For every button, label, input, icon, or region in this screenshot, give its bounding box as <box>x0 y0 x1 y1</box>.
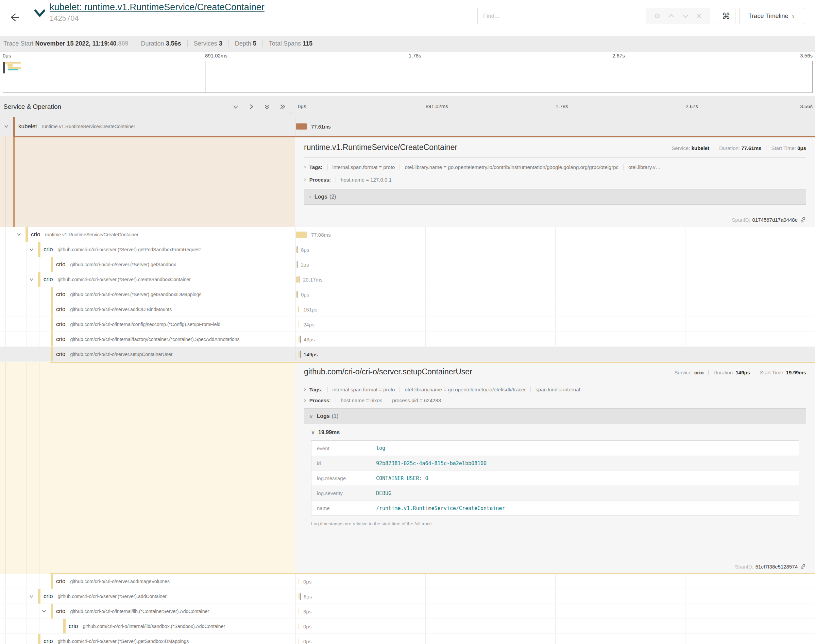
span-duration-bar[interactable] <box>296 232 307 238</box>
minimap-range-handle[interactable] <box>3 62 5 74</box>
span-row[interactable]: criogithub.com/cri-o/cri-o/server.addOCI… <box>0 302 815 317</box>
collapse-one-icon[interactable] <box>232 103 239 110</box>
timeline-gridline <box>685 574 685 589</box>
span-duration-bar[interactable] <box>298 307 299 313</box>
duration-label-marker <box>300 336 300 343</box>
span-expand-chevron-icon[interactable] <box>29 277 34 282</box>
span-timeline-cell[interactable]: 0μs <box>295 574 815 589</box>
logs-accordion[interactable]: › Logs (2) <box>304 189 806 205</box>
span-timeline-cell[interactable]: 0μs <box>295 287 815 302</box>
span-row[interactable]: criogithub.com/cri-o/cri-o/server.(*Serv… <box>0 287 815 302</box>
span-duration-bar[interactable] <box>299 336 300 342</box>
tree-guide <box>26 317 27 331</box>
span-row[interactable]: criogithub.com/cri-o/cri-o/server.setupC… <box>0 347 815 362</box>
span-row[interactable]: criogithub.com/cri-o/cri-o/server.(*Serv… <box>0 257 815 272</box>
span-duration-bar[interactable] <box>299 351 300 357</box>
service-name: criogithub.com/cri-o/cri-o/server.(*Serv… <box>43 593 167 600</box>
service-value: crio <box>694 370 704 376</box>
clear-find-icon[interactable] <box>696 12 702 19</box>
span-row[interactable]: kubeletruntime.v1.RuntimeService/CreateC… <box>0 117 815 136</box>
span-duration-bar[interactable] <box>299 593 300 600</box>
span-timeline-cell[interactable]: 149μs <box>295 347 815 362</box>
back-button[interactable] <box>5 8 23 26</box>
span-row[interactable]: criogithub.com/cri-o/cri-o/server.(*Serv… <box>0 634 815 644</box>
collapse-trace-chevron-icon[interactable] <box>34 9 46 18</box>
span-row[interactable]: criogithub.com/cri-o/cri-o/internal/lib.… <box>0 604 815 619</box>
span-duration-bar[interactable] <box>299 608 299 615</box>
logs-accordion[interactable]: ∨ Logs (1) <box>304 408 806 424</box>
span-duration-bar[interactable] <box>299 321 299 327</box>
span-expand-chevron-icon[interactable] <box>41 609 47 614</box>
span-duration-bar[interactable] <box>296 123 307 130</box>
minimap-span-bar <box>8 64 12 67</box>
span-row[interactable]: criogithub.com/cri-o/cri-o/server.(*Serv… <box>0 242 815 257</box>
span-row[interactable]: criogithub.com/cri-o/cri-o/internal/conf… <box>0 317 815 332</box>
span-id-value: 0174567d17a0448e <box>752 217 798 223</box>
span-timeline-cell[interactable]: 0μs <box>295 634 815 644</box>
process-accordion[interactable]: › Process: host.name = 127.0.0.1 <box>304 176 806 183</box>
link-icon[interactable] <box>800 216 806 223</box>
span-row[interactable]: criogithub.com/cri-o/cri-o/server.addIma… <box>0 574 815 589</box>
tree-guide <box>39 257 40 272</box>
log-field-key: name <box>311 505 376 511</box>
span-duration-bar[interactable] <box>299 578 299 584</box>
span-duration-bar[interactable] <box>296 276 299 282</box>
expand-all-icon[interactable] <box>279 103 286 110</box>
span-timeline-cell[interactable]: 0μs <box>295 619 815 633</box>
span-timeline-cell[interactable]: 77.08ms <box>295 227 815 242</box>
tree-guide <box>39 347 40 362</box>
column-resizer-grip[interactable] <box>289 111 291 115</box>
prev-match-icon[interactable] <box>668 12 675 20</box>
span-timeline-cell[interactable]: 1μs <box>295 257 815 272</box>
span-row[interactable]: crioruntime.v1.RuntimeService/CreateCont… <box>0 227 815 242</box>
tags-label: Tags: <box>309 386 323 393</box>
tree-guide <box>5 287 6 302</box>
process-accordion[interactable]: › Process: host.name = nixos process.pid… <box>304 397 806 403</box>
span-timeline-cell[interactable]: 43μs <box>295 332 815 347</box>
view-selector-button[interactable]: Trace Timeline ∨ <box>739 8 804 24</box>
next-match-icon[interactable] <box>682 12 689 20</box>
span-duration-label: 8μs <box>301 247 309 252</box>
span-row[interactable]: criogithub.com/cri-o/cri-o/internal/fact… <box>0 332 815 347</box>
trace-title-link[interactable]: kubelet: runtime.v1.RuntimeService/Creat… <box>50 2 265 12</box>
span-expand-chevron-icon[interactable] <box>29 594 34 599</box>
trace-minimap[interactable] <box>3 61 813 93</box>
tags-accordion[interactable]: › Tags: internal.span.format = proto ote… <box>304 164 806 170</box>
timeline-gridline <box>685 634 685 644</box>
detail-top-border <box>13 136 815 137</box>
tags-accordion[interactable]: › Tags: internal.span.format = proto ote… <box>304 386 806 393</box>
span-timeline-cell[interactable]: 77.61ms <box>295 117 815 136</box>
timeline-gridline <box>425 257 426 272</box>
service-color-bar <box>51 317 53 331</box>
span-row[interactable]: criogithub.com/cri-o/cri-o/server.(*Serv… <box>0 589 815 604</box>
span-duration-bar[interactable] <box>296 247 297 253</box>
focus-match-icon[interactable] <box>654 12 661 20</box>
span-timeline-cell[interactable]: 8μs <box>295 242 815 257</box>
span-timeline-cell[interactable]: 6μs <box>295 589 815 604</box>
collapse-all-icon[interactable] <box>263 103 270 110</box>
span-duration-bar[interactable] <box>299 638 299 644</box>
span-expand-chevron-icon[interactable] <box>29 247 34 252</box>
span-row[interactable]: criogithub.com/cri-o/cri-o/internal/lib/… <box>0 619 815 634</box>
timeline-gridline <box>685 347 685 362</box>
span-expand-chevron-icon[interactable] <box>16 232 21 237</box>
span-duration-bar[interactable] <box>299 623 299 629</box>
span-duration-bar[interactable] <box>296 291 297 297</box>
link-icon[interactable] <box>800 563 806 570</box>
span-duration-bar[interactable] <box>296 261 297 268</box>
expand-one-icon[interactable] <box>248 103 255 110</box>
span-expand-chevron-icon[interactable] <box>4 124 9 129</box>
span-timeline-cell[interactable]: 24μs <box>295 317 815 331</box>
span-name-cell: criogithub.com/cri-o/cri-o/server.(*Serv… <box>0 589 295 604</box>
span-timeline-cell[interactable]: 20.17ms <box>295 272 815 287</box>
span-duration-label: 77.08ms <box>311 232 331 237</box>
span-timeline-cell[interactable]: 3μs <box>295 604 815 618</box>
keyboard-shortcuts-button[interactable]: ⌘ <box>717 8 735 24</box>
service-name: kubeletruntime.v1.RuntimeService/CreateC… <box>18 123 135 130</box>
find-input[interactable] <box>477 8 646 24</box>
span-timeline-cell[interactable]: 151μs <box>295 302 815 317</box>
log-field-key: log.message <box>311 475 376 481</box>
span-row[interactable]: criogithub.com/cri-o/cri-o/server.(*Serv… <box>0 272 815 287</box>
timeline-gridline <box>555 287 556 302</box>
log-entry-accordion[interactable]: ∨ 19.99ms <box>311 429 799 435</box>
